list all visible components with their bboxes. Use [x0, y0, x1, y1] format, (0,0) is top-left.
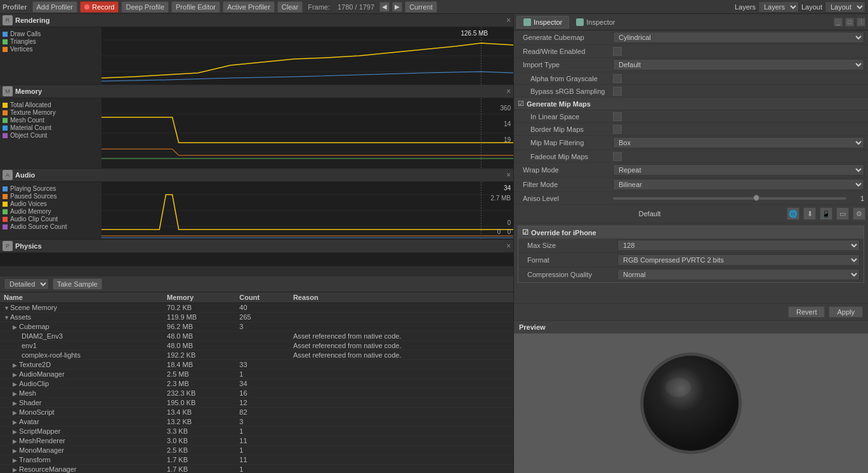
- generate-cubemap-select[interactable]: Cylindrical: [613, 32, 864, 43]
- table-row[interactable]: ▶ Texture2D18.4 MB33: [0, 360, 513, 370]
- profile-editor-button[interactable]: Profile Editor: [171, 1, 220, 13]
- phone-icon-button[interactable]: 📱: [820, 207, 832, 220]
- expand-arrow[interactable]: ▶: [13, 429, 19, 435]
- aniso-value: 1: [849, 195, 864, 202]
- maximize-button[interactable]: □: [845, 18, 854, 27]
- memory-val-2: 14: [500, 120, 511, 127]
- table-row[interactable]: complex-roof-lights192.2 KBAsset referen…: [0, 351, 513, 360]
- settings-icon-button[interactable]: ⚙: [853, 207, 865, 220]
- table-row[interactable]: ▶ Mesh232.3 KB16: [0, 389, 513, 398]
- tab-inspector-2[interactable]: Inspector: [569, 16, 622, 29]
- tab-inspector-1[interactable]: Inspector: [516, 16, 569, 29]
- rendering-close-button[interactable]: ×: [506, 16, 511, 24]
- deep-profile-button[interactable]: Deep Profile: [121, 1, 169, 13]
- prev-frame-button[interactable]: ◀: [379, 2, 390, 12]
- col-count: Count: [235, 292, 289, 303]
- legend-clip-count: Audio Clip Count: [3, 216, 99, 223]
- download-icon-button[interactable]: ⬇: [803, 207, 816, 220]
- cell-memory: 1.7 KB: [163, 465, 235, 474]
- table-row[interactable]: ▶ MonoManager2.5 KB1: [0, 446, 513, 455]
- expand-arrow[interactable]: ▶: [13, 391, 19, 397]
- cell-reason: [289, 360, 513, 370]
- table-row[interactable]: ▶ MeshRenderer3.0 KB11: [0, 436, 513, 446]
- fadeout-checkbox[interactable]: [613, 152, 622, 161]
- legend-draw-calls: Draw Calls: [3, 30, 99, 37]
- next-frame-button[interactable]: ▶: [392, 2, 402, 12]
- table-row[interactable]: DIAM2_Env348.0 MBAsset referenced from n…: [0, 332, 513, 341]
- audio-mb-value: 2.7 MB: [490, 195, 511, 202]
- filter-mode-select[interactable]: Bilinear: [613, 179, 864, 190]
- audio-mem-dot: [3, 209, 8, 214]
- cell-reason: [289, 398, 513, 408]
- table-row[interactable]: ▶ ResourceManager1.7 KB1: [0, 465, 513, 474]
- table-row[interactable]: ▶ Shader195.0 KB12: [0, 398, 513, 408]
- wrap-mode-select[interactable]: Repeat: [613, 164, 864, 176]
- bypass-srgb-checkbox[interactable]: [613, 87, 622, 96]
- expand-arrow[interactable]: ▶: [13, 381, 19, 387]
- settings-button[interactable]: ⋮: [857, 18, 865, 27]
- audio-zero-2: 0: [507, 228, 511, 235]
- expand-arrow[interactable]: ▶: [13, 324, 19, 330]
- tab-label-1: Inspector: [534, 18, 562, 26]
- tablet-icon-button[interactable]: ▭: [836, 207, 849, 220]
- table-row[interactable]: ▶ MonoScript13.4 KB82: [0, 408, 513, 417]
- table-row[interactable]: ▶ ScriptMapper3.3 KB1: [0, 427, 513, 436]
- aniso-slider[interactable]: [613, 197, 846, 200]
- legend-object-count: Object Count: [3, 132, 99, 139]
- expand-arrow[interactable]: ▶: [13, 410, 19, 416]
- mip-filtering-select[interactable]: Box: [613, 137, 864, 148]
- compression-select[interactable]: Normal: [617, 269, 860, 280]
- expand-arrow[interactable]: ▼: [4, 314, 10, 321]
- take-sample-button[interactable]: Take Sample: [53, 278, 102, 290]
- cell-reason: [289, 417, 513, 427]
- expand-arrow[interactable]: ▶: [13, 362, 19, 368]
- expand-arrow[interactable]: ▶: [13, 467, 19, 473]
- apply-button[interactable]: Apply: [829, 306, 863, 318]
- current-button[interactable]: Current: [405, 1, 437, 13]
- table-row[interactable]: env148.0 MBAsset referenced from native …: [0, 341, 513, 351]
- expand-arrow[interactable]: ▶: [13, 457, 19, 463]
- layout-select[interactable]: Layout: [825, 1, 865, 13]
- detailed-select[interactable]: Detailed: [4, 278, 49, 290]
- revert-button[interactable]: Revert: [788, 306, 825, 318]
- import-type-select[interactable]: Default: [613, 59, 864, 70]
- clear-button[interactable]: Clear: [277, 1, 303, 13]
- mip-filtering-value-container: Box: [613, 137, 864, 148]
- record-button[interactable]: Record: [80, 1, 119, 13]
- active-profiler-button[interactable]: Active Profiler: [223, 1, 275, 13]
- cell-reason: Asset referenced from native code.: [289, 351, 513, 360]
- audio-close-button[interactable]: ×: [506, 171, 511, 179]
- alpha-grayscale-checkbox[interactable]: [613, 74, 622, 83]
- linear-space-checkbox[interactable]: [613, 112, 622, 121]
- table-row[interactable]: ▶ Transform1.7 KB11: [0, 455, 513, 465]
- layers-select[interactable]: Layers: [758, 1, 799, 13]
- table-row[interactable]: ▶ AudioManager2.5 MB1: [0, 370, 513, 379]
- expand-arrow[interactable]: ▶: [13, 400, 19, 406]
- cell-count: 11: [235, 455, 289, 465]
- table-row[interactable]: ▶ Avatar13.2 KB3: [0, 417, 513, 427]
- table-row[interactable]: ▶ AudioClip2.3 MB34: [0, 379, 513, 389]
- rendering-chart-body: Draw Calls Triangles Vertices: [0, 27, 513, 84]
- expand-arrow[interactable]: ▼: [4, 305, 10, 311]
- table-row[interactable]: ▶ Cubemap96.2 MB3: [0, 322, 513, 332]
- memory-close-button[interactable]: ×: [506, 87, 511, 95]
- expand-arrow[interactable]: ▶: [13, 438, 19, 444]
- minimize-button[interactable]: _: [834, 18, 843, 27]
- add-profiler-button[interactable]: Add Profiler: [32, 1, 77, 13]
- rw-checkbox[interactable]: [613, 47, 622, 56]
- border-mip-checkbox[interactable]: [613, 125, 622, 134]
- expand-arrow[interactable]: ▶: [13, 372, 19, 378]
- cell-reason: [289, 370, 513, 379]
- charts-area: R Rendering × Draw Calls Triangles: [0, 14, 513, 276]
- globe-icon-button[interactable]: 🌐: [787, 207, 799, 220]
- physics-close-button[interactable]: ×: [506, 242, 511, 250]
- format-select[interactable]: RGB Compressed PVRTC 2 bits: [617, 254, 860, 266]
- generate-mip-header[interactable]: ☑ Generate Mip Maps: [514, 98, 868, 110]
- table-header-row: Name Memory Count Reason: [0, 292, 513, 303]
- table-row[interactable]: ▼ Assets119.9 MB265: [0, 313, 513, 322]
- expand-arrow[interactable]: ▶: [13, 419, 19, 425]
- table-row[interactable]: ▼ Scene Memory70.2 KB40: [0, 303, 513, 313]
- legend-voices: Audio Voices: [3, 200, 99, 207]
- max-size-select[interactable]: 128: [617, 240, 860, 251]
- expand-arrow[interactable]: ▶: [13, 448, 19, 454]
